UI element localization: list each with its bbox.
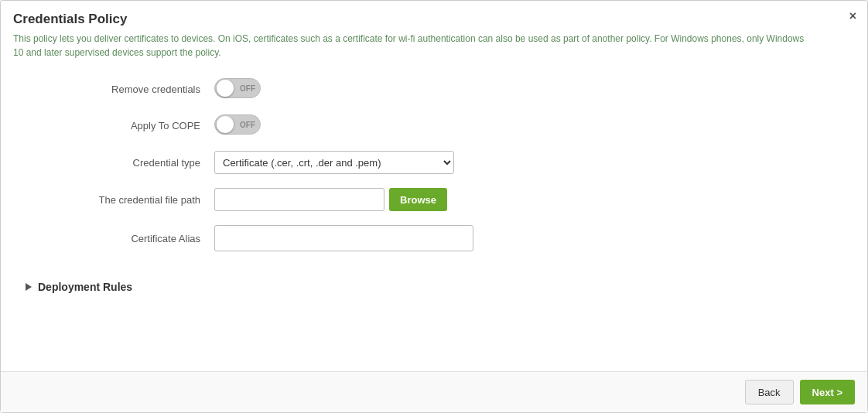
remove-credentials-row: Remove credentials OFF [13,78,855,101]
chevron-right-icon [26,283,32,291]
apply-to-cope-toggle-label: OFF [240,121,255,129]
dialog-footer: Back Next > [1,371,867,412]
certificate-alias-control [214,225,473,251]
form-section: Remove credentials OFF Apply To COPE OFF [13,78,855,265]
credential-type-control: Certificate (.cer, .crt, .der and .pem) … [214,151,454,174]
credential-type-label: Credential type [13,157,214,169]
apply-to-cope-label: Apply To COPE [13,120,214,131]
remove-credentials-toggle-knob [217,80,234,97]
dialog-header: Credentials Policy This policy lets you … [1,1,867,60]
next-button[interactable]: Next > [800,380,855,404]
remove-credentials-toggle[interactable]: OFF [214,78,261,98]
file-path-row: The credential file path Browse [13,188,855,211]
certificate-alias-input[interactable] [214,225,473,251]
dialog-title: Credentials Policy [13,12,855,27]
remove-credentials-control: OFF [214,78,261,101]
back-button[interactable]: Back [745,380,794,404]
credentials-policy-dialog: Credentials Policy This policy lets you … [0,0,868,413]
dialog-body: Remove credentials OFF Apply To COPE OFF [1,60,867,371]
dialog-description: This policy lets you deliver certificate… [13,32,813,60]
deployment-rules-section: Deployment Rules [13,273,855,301]
browse-button[interactable]: Browse [389,188,447,211]
deployment-rules-header[interactable]: Deployment Rules [26,281,855,293]
remove-credentials-label: Remove credentials [13,84,214,95]
apply-to-cope-control: OFF [214,114,261,137]
certificate-alias-row: Certificate Alias [13,225,855,251]
credential-type-select[interactable]: Certificate (.cer, .crt, .der and .pem) … [214,151,454,174]
apply-to-cope-row: Apply To COPE OFF [13,114,855,137]
remove-credentials-toggle-label: OFF [240,84,255,93]
file-path-label: The credential file path [13,194,214,206]
close-button[interactable]: × [849,10,856,22]
deployment-rules-label: Deployment Rules [38,281,132,293]
file-path-control: Browse [214,188,447,211]
credential-type-row: Credential type Certificate (.cer, .crt,… [13,151,855,174]
apply-to-cope-toggle[interactable]: OFF [214,114,261,135]
apply-to-cope-toggle-knob [217,116,234,133]
certificate-alias-label: Certificate Alias [13,233,214,244]
file-path-input[interactable] [214,188,384,211]
